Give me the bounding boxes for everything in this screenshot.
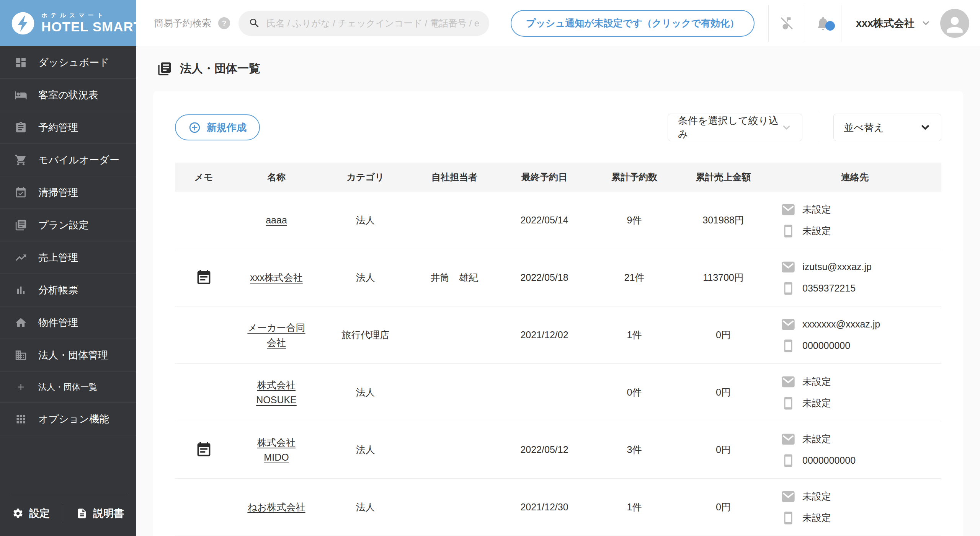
last-reservation-cell: 2022/05/14 [498,215,590,226]
sidebar-item-corporate-group-management[interactable]: 法人・団体管理 [0,339,136,371]
contact-phone: 未設定 [802,225,831,237]
sidebar-item-mobile-order[interactable]: モバイルオーダー [0,144,136,176]
sort-dropdown[interactable]: 並べ替え [833,114,941,141]
calendar-check-icon [14,186,28,199]
mail-icon [781,432,796,447]
sidebar-item-reservation-management[interactable]: 予約管理 [0,111,136,144]
contact-phone: 0359372215 [802,283,856,294]
manager-cell: 井筒 雄紀 [410,271,498,284]
sidebar-item-property-management[interactable]: 物件管理 [0,306,136,339]
sound-off-button[interactable] [769,15,805,31]
notification-badge-dot [825,21,835,31]
sidebar-item-dashboard[interactable]: ダッシュボード [0,46,136,79]
name-cell: xxx株式会社 [232,270,320,285]
sidebar-nav: ダッシュボード 客室の状況表 予約管理 モバイルオーダー 清掃管理 プラン設定 … [0,46,136,493]
topbar-divider [841,5,841,42]
table-row: aaaa 法人 2022/05/14 9件 301988円 未設定 未設定 [175,192,941,249]
last-reservation-cell: 2021/12/02 [498,329,590,340]
help-icon[interactable]: ? [218,17,230,29]
mail-icon [781,317,796,332]
contact-phone-line: 未設定 [781,223,941,239]
memo-icon[interactable] [195,441,212,458]
phone-icon [781,223,796,239]
company-name-link[interactable]: aaaa [266,213,287,228]
sidebar-item-cleaning-management[interactable]: 清掃管理 [0,176,136,209]
sidebar-footer: 設定 説明書 [10,493,126,536]
contact-cell: 未設定 未設定 [768,195,941,246]
total-sales-cell: 301988円 [678,214,768,226]
total-sales-cell: 0円 [678,329,768,341]
contact-phone: 未設定 [802,397,831,409]
category-cell: 法人 [320,386,410,399]
app-logo[interactable]: ホテルスマート HOTEL SMART [0,0,136,46]
notifications-button[interactable] [805,15,841,31]
topbar: 簡易予約検索 ? プッシュ通知が未設定です（クリックで有効化） [136,0,980,46]
list-book-icon [157,61,172,77]
sidebar-item-sales-management[interactable]: 売上管理 [0,241,136,274]
contact-email-line: 未設定 [781,489,941,504]
contact-phone: 0000000000 [802,455,856,466]
sidebar-item-corporate-group-list[interactable]: 法人・団体一覧 [0,371,136,403]
cart-icon [14,154,28,166]
phone-icon [781,510,796,526]
filter-dropdown[interactable]: 条件を選択して絞り込み [668,114,802,141]
mail-icon [781,489,796,504]
contact-cell: xxxxxxx@xxxaz.jp 000000000 [768,310,941,360]
contact-cell: 未設定 未設定 [768,367,941,418]
reservation-count-cell: 21件 [590,271,678,284]
account-name: xxx株式会社 [856,16,915,30]
toolbar: 新規作成 条件を選択して絞り込み 並べ替え [175,113,941,142]
table-row: ねお株式会社 法人 2021/12/30 1件 0円 未設定 未設定 [175,479,941,536]
corporate-table: メモ 名称 カテゴリ 自社担当者 最終予約日 累計予約数 累計売上金額 連絡先 … [175,163,941,536]
sidebar-item-plan-settings[interactable]: プラン設定 [0,209,136,241]
total-sales-cell: 0円 [678,443,768,456]
company-name-link[interactable]: ねお株式会社 [247,500,305,515]
plus-icon [14,382,28,392]
app-root: ホテルスマート HOTEL SMART ダッシュボード 客室の状況表 予約管理 … [0,0,980,536]
contact-phone-line: 未設定 [781,396,941,411]
contact-email: 未設定 [802,433,831,445]
avatar[interactable] [940,9,969,38]
document-icon [76,508,88,519]
company-name-link[interactable]: xxx株式会社 [250,270,303,285]
dashboard-icon [14,56,28,69]
mail-icon [781,259,796,275]
last-reservation-cell: 2021/12/30 [498,502,590,513]
settings-button[interactable]: 設定 [12,507,50,520]
plus-circle-icon [188,121,201,134]
column-header-name: 名称 [232,171,320,183]
account-menu[interactable]: xxx株式会社 [856,16,931,30]
search-input[interactable] [266,18,479,29]
memo-cell [175,269,232,286]
category-cell: 法人 [320,271,410,284]
chevron-down-icon [921,18,931,28]
sidebar-item-option-features[interactable]: オプション機能 [0,403,136,435]
page-title: 法人・団体一覧 [180,61,260,77]
company-name-link[interactable]: 株式会社NOSUKE [245,378,308,407]
category-cell: 法人 [320,214,410,226]
name-cell: メーカー合同会社 [232,320,320,350]
table-row: 株式会社NOSUKE 法人 0件 0円 未設定 未設定 [175,364,941,421]
contact-cell: izutsu@xxxaz.jp 0359372215 [768,253,941,303]
sidebar: ホテルスマート HOTEL SMART ダッシュボード 客室の状況表 予約管理 … [0,0,136,536]
column-header-manager: 自社担当者 [410,171,498,183]
push-notification-button[interactable]: プッシュ通知が未設定です（クリックで有効化） [511,10,755,37]
chevron-down-icon [781,122,792,133]
chevron-down-bold-icon [920,122,931,133]
name-cell: 株式会社NOSUKE [232,378,320,407]
contact-email-line: 未設定 [781,202,941,217]
contact-phone-line: 0000000000 [781,453,941,468]
sidebar-item-room-status[interactable]: 客室の状況表 [0,79,136,111]
memo-cell [175,441,232,458]
reservation-count-cell: 1件 [590,329,678,341]
home-icon [14,316,28,329]
manual-button[interactable]: 説明書 [76,507,124,520]
memo-icon[interactable] [195,269,212,286]
content-card: 新規作成 条件を選択して絞り込み 並べ替え [153,91,963,536]
company-name-link[interactable]: メーカー合同会社 [245,320,308,350]
sidebar-item-analytics-reports[interactable]: 分析帳票 [0,274,136,306]
sort-dropdown-label: 並べ替え [844,121,884,134]
create-new-button[interactable]: 新規作成 [175,114,260,140]
page-title-row: 法人・団体一覧 [153,46,963,91]
company-name-link[interactable]: 株式会社MIDO [245,435,308,465]
